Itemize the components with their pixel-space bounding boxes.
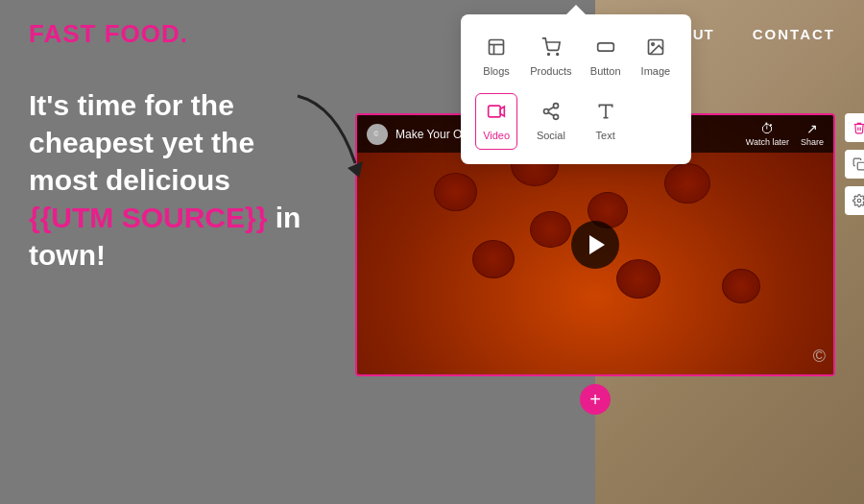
share-btn[interactable]: ↗ Share xyxy=(801,121,824,147)
video-action-buttons xyxy=(845,113,864,215)
dropdown-item-social[interactable]: Social xyxy=(525,93,576,150)
add-element-dropdown: Blogs Products Button xyxy=(461,14,691,164)
nav-contact[interactable]: CONTACT xyxy=(753,26,835,42)
play-button[interactable] xyxy=(571,221,619,269)
pepperoni-6 xyxy=(616,259,660,299)
pepperoni-4 xyxy=(664,163,710,204)
social-icon xyxy=(541,102,561,126)
hero-heading: It's time for thecheapest yet themost de… xyxy=(29,86,336,274)
hero-text-block: It's time for thecheapest yet themost de… xyxy=(29,77,336,274)
blogs-label: Blogs xyxy=(483,65,510,77)
svg-marker-9 xyxy=(500,107,504,116)
products-icon xyxy=(541,37,561,61)
svg-point-12 xyxy=(553,114,558,119)
pepperoni-5 xyxy=(472,240,515,278)
logo-dot: . xyxy=(180,19,188,48)
logo: FAST FOOD. xyxy=(29,19,188,49)
navbar: FAST FOOD. HOME ABOUT Blogs xyxy=(0,0,864,67)
share-icon: ↗ xyxy=(806,121,818,136)
main-content: It's time for thecheapest yet themost de… xyxy=(0,67,864,424)
delete-button[interactable] xyxy=(845,113,864,142)
social-label: Social xyxy=(537,130,565,141)
svg-line-14 xyxy=(548,107,554,109)
youtube-icon: © xyxy=(367,124,388,145)
hero-utm: {{UTM SOURCE}} xyxy=(29,202,267,233)
dropdown-grid: Blogs Products Button xyxy=(475,29,677,150)
dropdown-item-button[interactable]: Button xyxy=(585,29,627,85)
video-icon xyxy=(487,102,506,126)
pepperoni-7 xyxy=(722,269,760,303)
svg-text:©: © xyxy=(374,131,379,137)
video-top-actions: ⏱ Watch later ↗ Share xyxy=(746,121,824,147)
share-label: Share xyxy=(801,137,824,147)
pepperoni-8 xyxy=(530,211,571,248)
pepperoni-1 xyxy=(434,173,477,211)
image-label: Image xyxy=(641,65,671,77)
svg-rect-8 xyxy=(489,106,501,117)
svg-point-4 xyxy=(557,54,559,56)
clock-icon: ⏱ xyxy=(760,121,774,136)
svg-rect-0 xyxy=(490,40,504,55)
logo-text: FAST FOOD xyxy=(29,19,180,48)
text-icon xyxy=(596,102,615,126)
blogs-icon xyxy=(487,37,506,61)
svg-line-13 xyxy=(548,112,554,115)
copy-button[interactable] xyxy=(845,150,864,179)
add-below-button[interactable]: + xyxy=(580,384,611,415)
svg-rect-5 xyxy=(597,43,613,51)
text-label: Text xyxy=(596,130,615,141)
svg-rect-20 xyxy=(857,162,864,170)
svg-point-3 xyxy=(548,54,550,56)
play-triangle-icon xyxy=(589,235,605,254)
settings-button[interactable] xyxy=(845,186,864,215)
products-label: Products xyxy=(530,65,571,77)
svg-point-7 xyxy=(652,43,655,46)
watch-later-label: Watch later xyxy=(746,137,789,147)
hero-line1: It's time for thecheapest yet themost de… xyxy=(29,89,254,196)
svg-point-11 xyxy=(543,109,548,114)
plus-bottom-area: + xyxy=(355,384,835,415)
svg-point-10 xyxy=(553,104,558,108)
button-label: Button xyxy=(590,65,621,77)
dropdown-item-blogs[interactable]: Blogs xyxy=(475,29,517,85)
image-icon xyxy=(646,37,665,61)
video-label: Video xyxy=(483,130,510,141)
video-watermark: © xyxy=(813,347,826,367)
dropdown-item-text[interactable]: Text xyxy=(585,93,627,150)
dropdown-item-video[interactable]: Video xyxy=(475,93,517,150)
svg-point-21 xyxy=(857,199,861,203)
watch-later-btn[interactable]: ⏱ Watch later xyxy=(746,121,789,147)
button-icon xyxy=(596,37,615,61)
dropdown-item-products[interactable]: Products xyxy=(525,29,576,85)
dropdown-item-image[interactable]: Image xyxy=(635,29,677,85)
